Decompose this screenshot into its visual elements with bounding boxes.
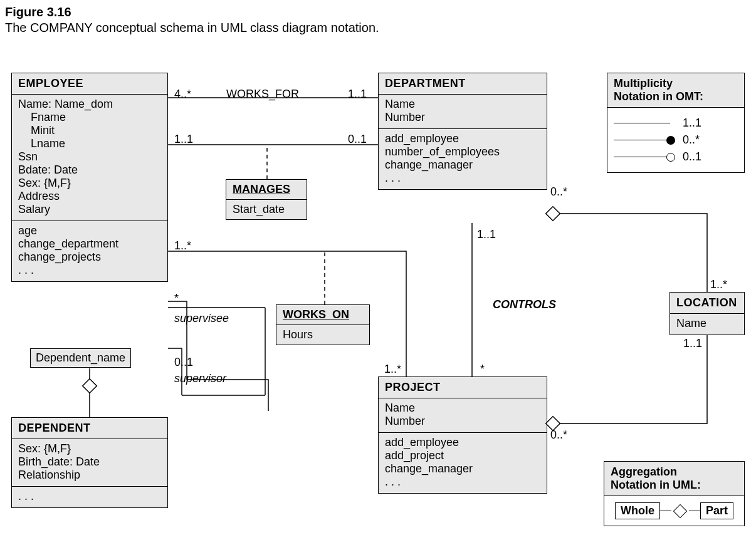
- class-department-title: DEPARTMENT: [379, 73, 547, 95]
- role-supervisee: supervisee: [174, 312, 229, 325]
- label-works-for: WORKS_FOR: [226, 88, 299, 101]
- legend-omt-title: Multiplicity Notation in OMT:: [607, 73, 744, 108]
- class-department-attrs: Name Number: [385, 97, 540, 125]
- svg-rect-15: [83, 379, 97, 393]
- assoc-works-on-title: WORKS_ON: [276, 305, 369, 325]
- figure-caption: The COMPANY conceptual schema in UML cla…: [5, 21, 751, 35]
- mult-manages-emp: 1..1: [174, 133, 193, 146]
- class-dependent-title: DEPENDENT: [12, 418, 167, 439]
- class-project-ops: add_employee add_project change_manager …: [385, 435, 540, 489]
- label-controls: CONTROLS: [493, 298, 556, 311]
- mult-projloc-proj: 0..*: [550, 428, 567, 442]
- mult-projloc-loc: 1..1: [683, 337, 702, 350]
- mult-works-for-emp: 4..*: [174, 88, 191, 101]
- legend-omt-label-1: 1..1: [683, 117, 701, 130]
- mult-works-for-dept: 1..1: [348, 88, 367, 101]
- assoc-manages-attr: Start_date: [226, 200, 307, 219]
- mult-workson-proj: 1..*: [384, 363, 401, 376]
- class-location: LOCATION Name: [669, 292, 745, 335]
- class-employee-attrs: Name: Name_dom Fname Minit Lname Ssn Bda…: [18, 97, 161, 217]
- class-dependent-attrs: Sex: {M,F} Birth_date: Date Relationship: [18, 442, 161, 482]
- mult-super-01: 0..1: [174, 356, 193, 369]
- legend-omt-label-3: 0..1: [683, 150, 701, 164]
- legend-agg-part: Part: [700, 502, 733, 519]
- legend-omt-row-1: 1..1: [614, 117, 738, 130]
- mult-controls-proj: *: [480, 363, 485, 376]
- qualifier-dependent-name: Dependent_name: [30, 348, 131, 368]
- mult-manages-dept: 0..1: [348, 133, 367, 146]
- mult-super-star: *: [174, 292, 179, 305]
- legend-agg-whole: Whole: [615, 502, 660, 519]
- svg-rect-12: [546, 207, 560, 221]
- class-department-ops: add_employee number_of_employees change_…: [385, 132, 540, 185]
- legend-omt: Multiplicity Notation in OMT: 1..1 0..* …: [607, 73, 745, 173]
- class-dependent-ops: . . .: [18, 489, 161, 504]
- diamond-icon: [673, 504, 688, 518]
- legend-omt-label-2: 0..*: [683, 133, 700, 147]
- mult-deptloc-dept: 0..*: [550, 185, 567, 199]
- class-location-title: LOCATION: [670, 293, 744, 314]
- class-department: DEPARTMENT Name Number add_employee numb…: [378, 73, 547, 190]
- mult-deptloc-loc: 1..*: [710, 278, 727, 291]
- class-location-attr: Name: [676, 316, 738, 331]
- class-project-attrs: Name Number: [385, 401, 540, 428]
- class-project-title: PROJECT: [379, 377, 547, 398]
- legend-aggregation: Aggregation Notation in UML: WholePart: [604, 461, 745, 526]
- assoc-manages-title: MANAGES: [226, 180, 307, 200]
- figure-title: Figure 3.16: [5, 5, 751, 19]
- legend-agg-title: Aggregation Notation in UML:: [604, 462, 744, 496]
- class-employee: EMPLOYEE Name: Name_dom Fname Minit Lnam…: [11, 73, 168, 282]
- class-employee-title: EMPLOYEE: [12, 73, 167, 95]
- mult-controls-dept: 1..1: [477, 228, 496, 241]
- legend-omt-row-3: 0..1: [614, 150, 738, 164]
- mult-workson-emp: 1..*: [174, 239, 191, 252]
- class-employee-ops: age change_department change_projects . …: [18, 224, 161, 278]
- legend-omt-row-2: 0..*: [614, 133, 738, 147]
- assoc-class-manages: MANAGES Start_date: [226, 179, 307, 220]
- class-project: PROJECT Name Number add_employee add_pro…: [378, 376, 547, 494]
- role-supervisor: supervisor: [174, 372, 226, 385]
- class-dependent: DEPENDENT Sex: {M,F} Birth_date: Date Re…: [11, 417, 168, 508]
- assoc-works-on-attr: Hours: [276, 325, 369, 345]
- uml-diagram: EMPLOYEE Name: Name_dom Fname Minit Lnam…: [5, 60, 751, 540]
- assoc-class-works-on: WORKS_ON Hours: [276, 304, 370, 345]
